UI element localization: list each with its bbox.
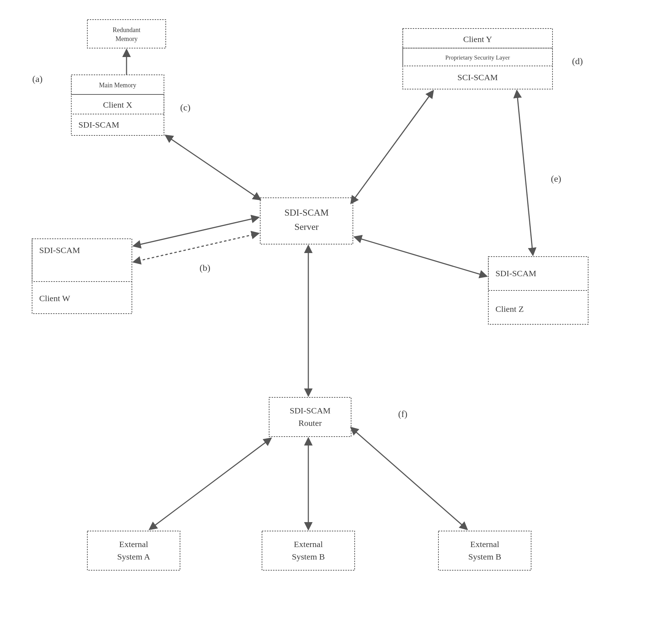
label-c: (c)	[180, 102, 191, 113]
edge-x-server	[166, 135, 260, 200]
ext-b1-line1: External	[294, 540, 323, 549]
edge-server-y	[351, 91, 433, 203]
client-z-client: Client Z	[495, 304, 524, 314]
label-d: (d)	[572, 56, 583, 66]
ext-b2-line1: External	[470, 540, 499, 549]
ext-b1-line2: System B	[292, 552, 325, 561]
label-e: (e)	[551, 174, 561, 184]
node-router: SDI-SCAM Router	[269, 397, 351, 437]
node-client-w: SDI-SCAM Client W	[32, 239, 132, 314]
client-x-scam: SDI-SCAM	[78, 120, 119, 129]
label-f: (f)	[398, 409, 407, 419]
ext-a-line1: External	[119, 540, 148, 549]
server-line2: Server	[294, 222, 319, 232]
client-z-scam: SDI-SCAM	[495, 269, 536, 278]
node-client-z: SDI-SCAM Client Z	[488, 257, 588, 324]
ext-b2-line2: System B	[468, 552, 502, 561]
label-b: (b)	[200, 263, 210, 273]
client-x-client: Client X	[103, 100, 132, 109]
client-y-client: Client Y	[463, 35, 492, 44]
router-line1: SDI-SCAM	[290, 406, 331, 415]
node-redundant-memory: Redundant Memory	[87, 20, 166, 48]
edge-y-z	[517, 91, 533, 255]
node-server: SDI-SCAM Server	[260, 198, 353, 244]
client-x-main-memory: Main Memory	[99, 82, 136, 89]
redundant-memory-line2: Memory	[115, 35, 138, 42]
svg-rect-13	[87, 531, 180, 570]
client-w-scam: SDI-SCAM	[39, 246, 80, 255]
edge-w-server-dashed	[134, 233, 258, 262]
node-external-b-1: External System B	[262, 531, 355, 570]
node-client-y: Client Y Proprietary Security Layer SCI-…	[403, 29, 552, 89]
edge-router-exta	[150, 438, 271, 529]
label-a: (a)	[32, 74, 43, 84]
svg-rect-0	[87, 20, 166, 48]
svg-rect-14	[262, 531, 355, 570]
edge-w-server-solid	[134, 217, 258, 246]
edge-server-z	[355, 237, 487, 276]
svg-rect-12	[269, 397, 351, 437]
svg-rect-11	[260, 198, 353, 244]
client-w-client: Client W	[39, 294, 70, 303]
redundant-memory-line1: Redundant	[113, 26, 140, 34]
node-client-x: Main Memory Client X SDI-SCAM	[71, 75, 164, 135]
edge-router-extb2	[351, 428, 467, 529]
ext-a-line2: System A	[117, 552, 150, 561]
client-y-security: Proprietary Security Layer	[445, 54, 510, 61]
node-external-a: External System A	[87, 531, 180, 570]
node-external-b-2: External System B	[438, 531, 531, 570]
svg-rect-15	[438, 531, 531, 570]
server-line1: SDI-SCAM	[284, 207, 329, 218]
client-y-scam: SCI-SCAM	[457, 73, 498, 82]
router-line2: Router	[298, 418, 322, 428]
